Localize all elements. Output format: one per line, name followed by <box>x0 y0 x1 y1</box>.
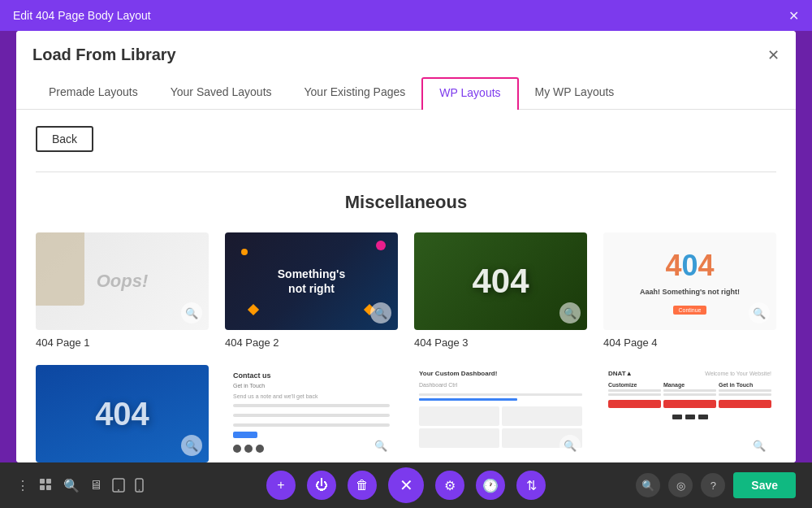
section-title: Miscellaneous <box>36 192 776 213</box>
modal-body: Back Miscellaneous Oops! 🔍 404 Page 1 So… <box>16 110 796 462</box>
title-bar-text: Edit 404 Page Body Layout <box>13 9 151 22</box>
layout-thumb-5: 404 🔍 <box>36 365 209 462</box>
toolbar-center: + ⏻ 🗑 ✕ ⚙ 🕐 ⇅ <box>266 467 546 503</box>
bottom-toolbar: ⋮ 🔍 🖥 + ⏻ 🗑 ✕ ⚙ <box>0 462 812 508</box>
history-button[interactable]: 🕐 <box>476 471 505 500</box>
title-bar: Edit 404 Page Body Layout ✕ <box>0 0 812 31</box>
zoom-icon-7[interactable]: 🔍 <box>559 435 581 456</box>
layout-thumb-2: Something'snot right 🔍 <box>225 232 398 330</box>
layout-item-6[interactable]: Contact us Get in Touch Send us a note a… <box>225 365 398 462</box>
modal-title-row: Load From Library ✕ <box>32 46 780 64</box>
zoom-icon-8[interactable]: 🔍 <box>749 435 770 456</box>
modal-close-button[interactable]: ✕ <box>767 46 780 64</box>
back-button[interactable]: Back <box>36 126 93 152</box>
layout-grid: Oops! 🔍 404 Page 1 Something'snot right … <box>36 232 776 462</box>
layout-label-4: 404 Page 4 <box>603 336 776 349</box>
layout-thumb-6: Contact us Get in Touch Send us a note a… <box>225 365 398 462</box>
help-icon[interactable]: ? <box>701 473 725 497</box>
svg-rect-0 <box>40 479 45 484</box>
tab-existing-pages[interactable]: Your Existing Pages <box>288 77 422 109</box>
layout-item-2[interactable]: Something'snot right 🔍 404 Page 2 <box>225 232 398 349</box>
layout-thumb-3: 404 🔍 <box>414 232 587 330</box>
layout-item-1[interactable]: Oops! 🔍 404 Page 1 <box>36 232 209 349</box>
mobile-icon[interactable] <box>135 478 144 493</box>
svg-point-7 <box>139 489 140 491</box>
power-button[interactable]: ⏻ <box>307 471 336 500</box>
zoom-icon-5[interactable]: 🔍 <box>181 435 202 456</box>
layout-thumb-7: Your Custom Dashboard! Dashboard Ctrl 🔍 <box>414 365 587 462</box>
modal-header: Load From Library ✕ Premade Layouts Your… <box>16 31 796 110</box>
svg-rect-3 <box>46 485 51 490</box>
circle-icon[interactable]: ◎ <box>668 473 693 497</box>
layout-item-5[interactable]: 404 🔍 404 Page 5 <box>36 365 209 462</box>
dots-icon[interactable]: ⋮ <box>16 478 29 493</box>
tabs-container: Premade Layouts Your Saved Layouts Your … <box>32 77 780 109</box>
divider <box>36 172 776 172</box>
tab-my-wp-layouts[interactable]: My WP Layouts <box>519 77 631 109</box>
layout-thumb-8: DNAT▲ Welcome to Your Website! Customize… <box>603 365 776 462</box>
thumb-4-sub: Aaah! Something's not right! <box>640 288 740 296</box>
layout-thumb-4: 404 Aaah! Something's not right! Continu… <box>603 232 776 330</box>
title-bar-close[interactable]: ✕ <box>788 8 799 24</box>
thumb-3-text: 404 <box>472 262 529 301</box>
layout-item-3[interactable]: 404 🔍 404 Page 3 <box>414 232 587 349</box>
toolbar-left: ⋮ 🔍 🖥 <box>16 478 144 493</box>
save-button[interactable]: Save <box>733 472 796 498</box>
sort-button[interactable]: ⇅ <box>516 471 546 500</box>
desktop-icon[interactable]: 🖥 <box>89 478 102 493</box>
settings-button[interactable]: ⚙ <box>435 471 464 500</box>
grid-icon[interactable] <box>39 478 54 493</box>
search-icon[interactable]: 🔍 <box>63 478 80 493</box>
layout-item-4[interactable]: 404 Aaah! Something's not right! Continu… <box>603 232 776 349</box>
tab-saved-layouts[interactable]: Your Saved Layouts <box>154 77 288 109</box>
layout-thumb-1: Oops! 🔍 <box>36 232 209 330</box>
tablet-icon[interactable] <box>112 478 125 493</box>
zoom-icon-2[interactable]: 🔍 <box>370 302 391 323</box>
modal-title: Load From Library <box>32 46 176 64</box>
svg-rect-2 <box>40 485 45 490</box>
layout-label-2: 404 Page 2 <box>225 336 398 349</box>
thumb-2-text: Something'snot right <box>278 267 345 296</box>
thumb-4-nums: 404 <box>665 249 714 283</box>
svg-rect-1 <box>46 479 51 484</box>
zoom-icon-4[interactable]: 🔍 <box>749 302 770 323</box>
thumb-5-text: 404 <box>95 396 149 432</box>
layout-label-1: 404 Page 1 <box>36 336 209 349</box>
modal: Load From Library ✕ Premade Layouts Your… <box>16 31 796 462</box>
close-button[interactable]: ✕ <box>388 467 424 503</box>
delete-button[interactable]: 🗑 <box>348 471 377 500</box>
zoom-icon-6[interactable]: 🔍 <box>370 435 391 456</box>
layout-item-8[interactable]: DNAT▲ Welcome to Your Website! Customize… <box>603 365 776 462</box>
toolbar-right: 🔍 ◎ ? Save <box>636 472 796 498</box>
tab-premade[interactable]: Premade Layouts <box>32 77 154 109</box>
thumb-1-text: Oops! <box>97 271 149 292</box>
layout-label-3: 404 Page 3 <box>414 336 587 349</box>
add-button[interactable]: + <box>266 471 296 500</box>
layout-item-7[interactable]: Your Custom Dashboard! Dashboard Ctrl 🔍 … <box>414 365 587 462</box>
svg-point-5 <box>118 489 119 491</box>
zoom-icon-3[interactable]: 🔍 <box>559 302 581 323</box>
zoom-icon-1[interactable]: 🔍 <box>181 302 202 323</box>
search-right-icon[interactable]: 🔍 <box>636 473 660 497</box>
tab-wp-layouts[interactable]: WP Layouts <box>421 77 518 110</box>
